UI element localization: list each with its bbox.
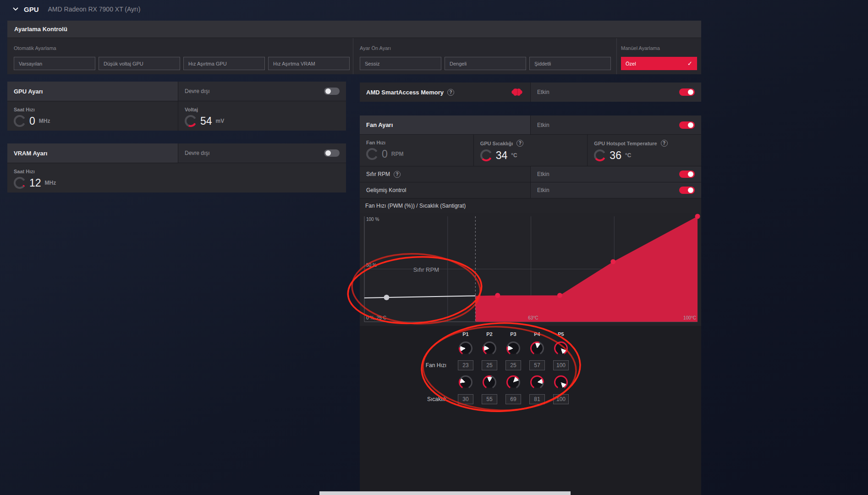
fan-speed-input-p1[interactable]: 23 xyxy=(458,360,473,370)
zero-rpm-overlay-label: Sıfır RPM xyxy=(413,266,439,273)
temperature-knob-p2[interactable] xyxy=(483,375,496,389)
preset-quiet-button[interactable]: Sessiz xyxy=(360,57,441,70)
zero-rpm-status: Etkin xyxy=(537,171,549,177)
preset-rage-button[interactable]: Şiddetli xyxy=(529,57,611,70)
fan-points-section: P1 P2 P3 P4 P5 Fan Hızı 23 25 25 57 100 … xyxy=(360,326,701,495)
point-label: P3 xyxy=(510,331,516,337)
tuning-control-body: Otomatik Ayarlama Varsayılan Düşük volta… xyxy=(7,38,701,74)
axis-label: 100°C xyxy=(683,315,696,320)
fan-curve-point[interactable] xyxy=(495,293,500,298)
gpu-tuning-title: GPU Ayarı xyxy=(14,88,43,95)
point-label: P5 xyxy=(558,331,564,337)
smart-access-memory-status: Etkin xyxy=(537,89,549,95)
custom-tuning-button-label: Özel xyxy=(626,61,636,66)
auto-tune-oc-vram-button[interactable]: Hız Aşırtma VRAM xyxy=(268,57,350,70)
fan-tuning-toggle[interactable] xyxy=(679,121,695,129)
fan-curve-point[interactable] xyxy=(557,293,562,298)
gpu-temp-label: GPU Sıcaklığı xyxy=(480,141,513,146)
vram-tuning-title: VRAM Ayarı xyxy=(14,150,47,157)
custom-tuning-button[interactable]: Özel ✓ xyxy=(621,57,697,70)
temperature-knob-p5[interactable] xyxy=(554,375,568,389)
fan-speed-knob-p5[interactable] xyxy=(554,341,568,355)
gpu-temp-unit: °C xyxy=(511,152,517,159)
fan-curve-point[interactable] xyxy=(610,259,615,264)
fan-speed-value: 0 xyxy=(382,149,388,160)
gpu-voltage-unit: mV xyxy=(216,118,225,124)
hotspot-temp-gauge-icon xyxy=(594,149,606,161)
fan-tuning-header: Fan Ayarı xyxy=(360,116,530,134)
gpu-voltage-value: 54 xyxy=(200,116,212,126)
hotspot-temp-cell: GPU Hotspot Temperature ? 36 °C xyxy=(588,135,701,166)
zero-rpm-line xyxy=(364,296,475,298)
gpu-tuning-status: Devre dışı xyxy=(185,88,210,94)
help-icon[interactable]: ? xyxy=(447,89,454,96)
smart-access-memory-toggle[interactable] xyxy=(679,88,695,96)
gpu-clock-cell: Saat Hızı 0 MHz xyxy=(7,101,178,131)
advanced-control-toggle[interactable] xyxy=(679,187,695,194)
collapse-chevron-icon[interactable] xyxy=(13,7,18,11)
point-label: P4 xyxy=(534,331,540,337)
gpu-section-header: GPU AMD Radeon RX 7900 XT (Ayrı) xyxy=(13,4,140,15)
fan-speed-knob-p1[interactable] xyxy=(459,341,472,355)
vram-tuning-status: Devre dışı xyxy=(185,150,210,156)
temperature-input-p2[interactable]: 55 xyxy=(482,394,497,404)
vram-tuning-toggle[interactable] xyxy=(324,149,340,157)
fan-curve-chart[interactable]: 100 %50 %0 %, 25 C63°C100°CSıfır RPM xyxy=(360,213,701,326)
temperature-input-p3[interactable]: 69 xyxy=(505,394,521,404)
gpu-voltage-label: Voltaj xyxy=(185,107,340,112)
temperature-input-p4[interactable]: 81 xyxy=(529,394,545,404)
auto-tune-oc-gpu-button[interactable]: Hız Aşırtma GPU xyxy=(183,57,265,70)
auto-tune-undervolt-button[interactable]: Düşük voltaj GPU xyxy=(99,57,180,70)
help-icon[interactable]: ? xyxy=(661,140,668,147)
fan-tuning-status-bar: Etkin xyxy=(531,116,701,134)
radeon-tuning-page: GPU AMD Radeon RX 7900 XT (Ayrı) Ayarlam… xyxy=(0,0,868,495)
preset-tuning-group: Ayar Ön Ayarı Sessiz Dengeli Şiddetli xyxy=(360,45,611,70)
temperature-input-p1[interactable]: 30 xyxy=(458,394,473,404)
manual-tuning-group: Manüel Ayarlama Özel ✓ xyxy=(621,45,697,70)
hotspot-temp-value: 36 xyxy=(610,150,621,161)
fan-speed-input-p5[interactable]: 100 xyxy=(553,360,569,370)
fan-tuning-title: Fan Ayarı xyxy=(366,121,393,128)
vram-clock-gauge-icon xyxy=(14,177,26,189)
fan-speed-knob-p2[interactable] xyxy=(483,341,496,355)
vram-clock-cell: Saat Hızı 12 MHz xyxy=(7,163,346,192)
fan-speed-knob-p4[interactable] xyxy=(530,341,544,355)
fan-curve-point[interactable] xyxy=(695,214,700,219)
temperature-knob-p4[interactable] xyxy=(530,375,544,389)
fan-tuning-status: Etkin xyxy=(537,122,549,128)
tuning-control-titlebar: Ayarlama Kontrolü xyxy=(7,21,701,38)
help-icon[interactable]: ? xyxy=(516,140,523,147)
gpu-voltage-gauge-icon xyxy=(185,115,197,127)
check-icon: ✓ xyxy=(687,60,692,67)
fan-speed-unit: RPM xyxy=(391,151,404,157)
temperature-knob-p3[interactable] xyxy=(506,375,520,389)
gpu-clock-label: Saat Hızı xyxy=(14,107,171,112)
zero-rpm-toggle[interactable] xyxy=(679,170,695,178)
fan-speed-knob-p3[interactable] xyxy=(506,341,520,355)
divider xyxy=(616,38,617,74)
fan-speed-input-p3[interactable]: 25 xyxy=(505,360,521,370)
gpu-tuning-toggle[interactable] xyxy=(324,88,340,95)
brain-icon xyxy=(511,87,524,97)
advanced-control-status: Etkin xyxy=(537,187,549,193)
auto-tune-default-button[interactable]: Varsayılan xyxy=(14,57,95,70)
vram-clock-value: 12 xyxy=(29,178,41,188)
hotspot-temp-label: GPU Hotspot Temperature xyxy=(594,141,657,146)
temperature-knob-p1[interactable] xyxy=(459,375,472,389)
fan-speed-gauge-icon xyxy=(366,148,378,160)
preset-balanced-button[interactable]: Dengeli xyxy=(445,57,526,70)
fan-speed-input-p4[interactable]: 57 xyxy=(529,360,545,370)
vram-tuning-status-bar: Devre dışı xyxy=(178,143,346,163)
auto-tuning-group: Otomatik Ayarlama Varsayılan Düşük volta… xyxy=(14,45,350,70)
temperature-input-p5[interactable]: 100 xyxy=(553,394,569,404)
fan-curve-title-row: Fan Hızı (PWM (%)) / Sıcaklık (Santigrat… xyxy=(360,198,701,213)
fan-tuning-panel: Fan Ayarı Etkin Fan Hızı 0 RPM GPU Sıcak… xyxy=(360,116,701,326)
fan-speed-input-p2[interactable]: 25 xyxy=(482,360,497,370)
zero-rpm-handle[interactable] xyxy=(384,295,389,300)
fan-curve-title: Fan Hızı (PWM (%)) / Sıcaklık (Santigrat… xyxy=(365,203,466,209)
point-label: P2 xyxy=(486,331,492,337)
help-icon[interactable]: ? xyxy=(394,171,401,178)
fan-speed-row-label: Fan Hızı xyxy=(426,362,454,368)
auto-tuning-label: Otomatik Ayarlama xyxy=(14,45,350,51)
preset-tuning-label: Ayar Ön Ayarı xyxy=(360,45,611,51)
